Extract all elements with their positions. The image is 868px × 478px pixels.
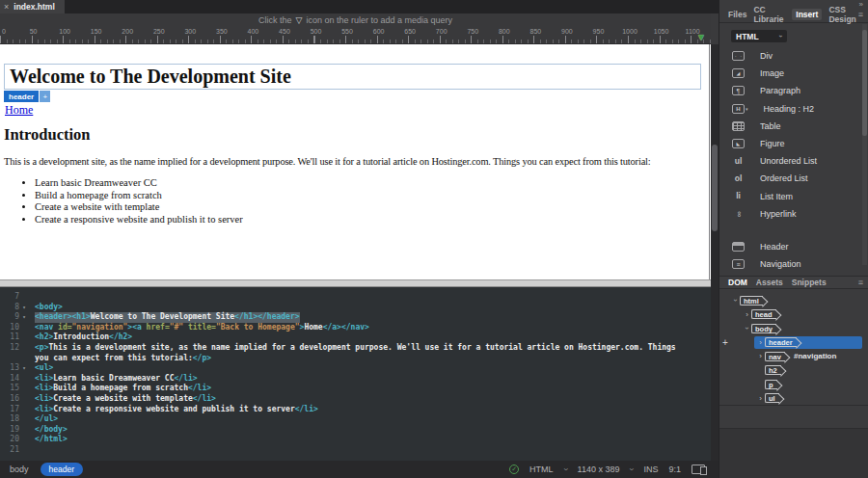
tab-insert[interactable]: Insert: [792, 9, 822, 20]
home-link[interactable]: Home: [5, 103, 33, 118]
panel-menu-icon[interactable]: ≡: [858, 10, 863, 19]
tab-files[interactable]: Files: [728, 10, 746, 19]
collapsed-arrow-icon[interactable]: ›: [756, 352, 765, 360]
insert-item-unordered-list[interactable]: ulUnordered List: [719, 152, 868, 170]
dom-tree-item-head[interactable]: ›head: [719, 307, 868, 322]
code-line[interactable]: 12<p>This is a development site, as the …: [0, 343, 711, 354]
insert-item-navigation[interactable]: Navigation: [719, 255, 868, 273]
dom-node[interactable]: ›head: [741, 308, 787, 321]
code-language-label[interactable]: HTML: [529, 465, 554, 474]
tab-snippets[interactable]: Snippets: [792, 278, 827, 287]
insert-item-list-item[interactable]: liList Item: [719, 188, 868, 205]
element-tag-badge[interactable]: header +: [4, 91, 50, 102]
fold-arrow-icon[interactable]: ▾: [19, 303, 29, 313]
dom-node[interactable]: ›header: [754, 336, 862, 349]
collapsed-arrow-icon[interactable]: ›: [756, 338, 765, 347]
dom-menu-icon[interactable]: ≡: [858, 278, 863, 287]
collapsed-arrow-icon[interactable]: ›: [756, 394, 765, 403]
add-element-button[interactable]: +: [40, 91, 50, 102]
tag-badge-label[interactable]: header: [4, 91, 39, 102]
panel-scrollbar[interactable]: [862, 24, 867, 265]
design-view[interactable]: Welcome to The Development Site header +…: [0, 44, 711, 279]
dom-tree-item-h2[interactable]: h2: [719, 363, 868, 378]
code-line[interactable]: 21: [0, 445, 711, 456]
intro-paragraph[interactable]: This is a development site, as the name …: [4, 156, 651, 167]
dom-tree-item-nav[interactable]: ›nav#navigation: [719, 349, 868, 363]
code-line[interactable]: 18</ul>: [0, 414, 711, 425]
insert-category-dropdown[interactable]: HTML ›: [731, 30, 787, 42]
dom-tree-item-html[interactable]: ›html: [719, 293, 868, 307]
dom-tree-item-p[interactable]: p: [719, 377, 868, 391]
dom-tree-item-ul[interactable]: ›ul: [719, 391, 868, 406]
dom-tree-item-body[interactable]: ›body: [719, 321, 868, 335]
tab-cc-libraries[interactable]: CC Librarie: [753, 5, 785, 24]
code-line[interactable]: you can expect from this tutorial:</p>: [0, 354, 711, 364]
dom-tree-item-header[interactable]: +›header: [719, 335, 868, 350]
selected-element-outline[interactable]: Welcome to The Development Site: [4, 64, 701, 90]
line-number: 8: [0, 303, 19, 313]
code-line[interactable]: 15<li>Build a homepage from scratch</li>: [0, 384, 711, 394]
code-line[interactable]: 9▾<header><h1>Welcome to The Development…: [0, 312, 711, 323]
insert-item-image[interactable]: Image: [719, 65, 868, 82]
tab-dom[interactable]: DOM: [728, 278, 747, 287]
code-view[interactable]: 78▾<body>9▾<header><h1>Welcome to The De…: [0, 287, 711, 461]
chevron-down-icon[interactable]: ›: [627, 468, 637, 471]
code-line[interactable]: 11<h2>Introduction</h2>: [0, 332, 711, 343]
fold-arrow-icon[interactable]: ▾: [19, 363, 29, 374]
panel-scrollbar-thumb[interactable]: [862, 30, 867, 136]
insert-item-figure[interactable]: Figure: [719, 135, 868, 152]
horizontal-ruler[interactable]: 0501001502002503003504004505005506006507…: [0, 27, 711, 44]
insert-item-header[interactable]: Header: [719, 238, 868, 255]
ruler-tick: 850: [530, 28, 542, 35]
close-icon[interactable]: ×: [4, 3, 9, 12]
code-line[interactable]: 8▾<body>: [0, 303, 711, 313]
dom-node[interactable]: ›ul: [754, 392, 790, 405]
code-line[interactable]: 10<nav id="navigation"><a href="#" title…: [0, 323, 711, 333]
page-heading[interactable]: Welcome to The Development Site: [5, 65, 700, 88]
device-preview-icon[interactable]: [692, 465, 705, 474]
dom-node[interactable]: p: [754, 378, 788, 390]
scrollbar-thumb[interactable]: [712, 145, 718, 231]
table-icon: [732, 121, 745, 131]
insert-item-paragraph[interactable]: Paragraph: [719, 82, 868, 99]
add-node-icon[interactable]: +: [722, 337, 728, 348]
vertical-scrollbar[interactable]: [711, 44, 719, 461]
code-line[interactable]: 16<li>Create a website with template</li…: [0, 394, 711, 405]
insert-item-hyperlink[interactable]: Hyperlink: [719, 205, 868, 223]
ruler-tick: 950: [593, 28, 605, 35]
insert-item-table[interactable]: Table: [719, 118, 868, 135]
code-line[interactable]: 14<li>Learn basic Dreamweaver CC</li>: [0, 374, 711, 385]
document-tab[interactable]: × index.html: [0, 0, 65, 13]
chevron-down-icon[interactable]: ›: [560, 468, 570, 471]
insert-item-ordered-list[interactable]: olOrdered List: [719, 170, 868, 187]
code-line[interactable]: 20</html>: [0, 435, 711, 445]
insert-item-div[interactable]: Div: [719, 47, 868, 65]
dom-node[interactable]: ›body: [741, 322, 787, 334]
expanded-arrow-icon[interactable]: ›: [743, 324, 751, 332]
code-token: <h2>: [35, 332, 53, 341]
insert-item-heading-h2[interactable]: ▾Heading : H2: [719, 100, 868, 118]
code-line[interactable]: 17<li>Create a responsive website and pu…: [0, 405, 711, 415]
design-list-item[interactable]: Create a website with template: [35, 201, 243, 214]
dom-tag-pill: body: [751, 324, 776, 333]
tag-selector-header[interactable]: header: [41, 463, 83, 476]
viewport-size-label[interactable]: 1140 x 389: [578, 465, 620, 474]
code-line[interactable]: 7: [0, 292, 711, 303]
section-heading[interactable]: Introduction: [4, 125, 91, 145]
split-view-divider[interactable]: [0, 279, 711, 287]
media-query-marker-icon[interactable]: ▼: [696, 33, 706, 42]
expanded-arrow-icon[interactable]: ›: [731, 296, 740, 305]
dom-node[interactable]: ›html: [729, 294, 773, 306]
design-list-item[interactable]: Learn basic Dreamweaver CC: [35, 177, 243, 190]
code-line[interactable]: 13▾<ul>: [0, 363, 711, 374]
tag-selector-body[interactable]: body: [10, 465, 29, 474]
tab-assets[interactable]: Assets: [756, 278, 783, 287]
collapsed-arrow-icon[interactable]: ›: [743, 310, 751, 319]
design-list[interactable]: Learn basic Dreamweaver CCBuild a homepa…: [35, 177, 243, 226]
dom-node[interactable]: ›nav#navigation: [754, 350, 840, 362]
design-list-item[interactable]: Create a responsive website and publish …: [35, 214, 243, 226]
code-line[interactable]: 19</body>: [0, 425, 711, 436]
fold-arrow-icon[interactable]: ▾: [19, 312, 29, 323]
design-list-item[interactable]: Build a homepage from scratch: [35, 190, 243, 202]
dom-node[interactable]: h2: [754, 364, 792, 377]
